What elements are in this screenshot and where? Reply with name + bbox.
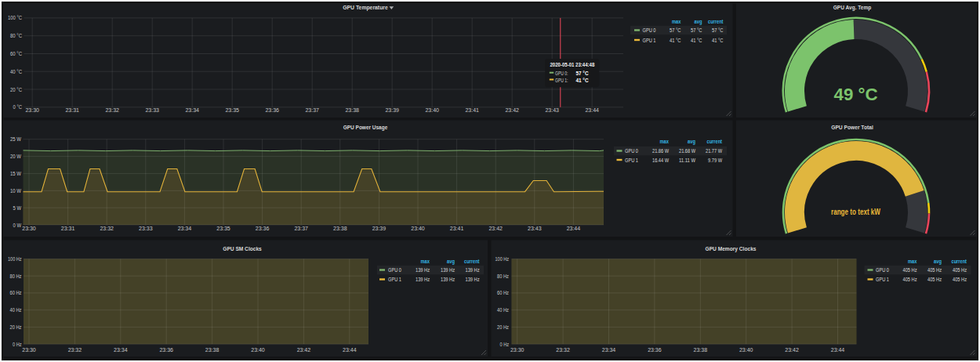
svg-text:57 °C: 57 °C	[576, 71, 589, 76]
svg-text:11.11 W: 11.11 W	[679, 157, 696, 164]
svg-text:139 Hz: 139 Hz	[441, 276, 455, 283]
svg-text:23:36: 23:36	[265, 107, 279, 113]
svg-text:avg: avg	[695, 18, 702, 25]
svg-text:GPU Avg. Temp: GPU Avg. Temp	[833, 4, 872, 11]
svg-text:23:31: 23:31	[65, 107, 79, 113]
svg-text:0 °C: 0 °C	[13, 104, 23, 110]
svg-text:23:34: 23:34	[178, 226, 192, 231]
svg-text:23:43: 23:43	[528, 226, 542, 231]
svg-text:139 Hz: 139 Hz	[416, 276, 430, 283]
svg-text:current: current	[708, 18, 724, 25]
svg-text:23:37: 23:37	[294, 226, 308, 231]
svg-text:GPU 0:: GPU 0:	[555, 71, 568, 76]
svg-text:23:40: 23:40	[425, 107, 439, 113]
svg-text:100 °C: 100 °C	[8, 15, 22, 20]
svg-text:10 W: 10 W	[10, 188, 21, 194]
svg-text:23:39: 23:39	[385, 107, 399, 113]
svg-text:40 Hz: 40 Hz	[10, 307, 22, 313]
svg-text:range to text kW: range to text kW	[831, 208, 880, 216]
svg-text:100 Hz: 100 Hz	[495, 256, 510, 262]
svg-text:21.68 W: 21.68 W	[679, 147, 696, 154]
svg-text:405 Hz: 405 Hz	[953, 276, 967, 283]
svg-text:23:33: 23:33	[145, 107, 159, 113]
svg-text:57 °C: 57 °C	[712, 27, 724, 34]
svg-text:57 °C: 57 °C	[691, 27, 702, 34]
svg-text:23:40: 23:40	[411, 226, 425, 231]
svg-text:23:36: 23:36	[159, 347, 173, 353]
svg-text:9.79 W: 9.79 W	[708, 157, 723, 164]
svg-text:current: current	[952, 258, 967, 265]
svg-text:25 W: 25 W	[10, 136, 21, 142]
svg-text:23:43: 23:43	[545, 107, 559, 113]
svg-text:23:38: 23:38	[694, 347, 708, 353]
svg-text:23:30: 23:30	[25, 107, 39, 113]
svg-text:20 W: 20 W	[10, 154, 21, 159]
svg-text:41 °C: 41 °C	[712, 37, 724, 44]
svg-text:0 W: 0 W	[13, 223, 22, 228]
svg-text:23:42: 23:42	[505, 107, 519, 113]
svg-text:23:38: 23:38	[205, 347, 220, 353]
svg-text:GPU Temperature: GPU Temperature	[343, 4, 388, 11]
svg-text:40 Hz: 40 Hz	[497, 307, 509, 313]
svg-text:GPU 1: GPU 1	[643, 37, 656, 44]
svg-text:23:44: 23:44	[585, 107, 599, 113]
svg-text:41 °C: 41 °C	[576, 78, 589, 83]
svg-text:0 Hz: 0 Hz	[500, 342, 510, 347]
svg-text:20 Hz: 20 Hz	[10, 324, 22, 330]
svg-text:23:37: 23:37	[305, 107, 319, 113]
svg-text:100 Hz: 100 Hz	[8, 256, 22, 262]
svg-text:GPU 0: GPU 0	[388, 266, 401, 273]
svg-text:20 °C: 20 °C	[10, 87, 22, 92]
svg-text:23:36: 23:36	[256, 226, 270, 231]
svg-text:GPU Memory Clocks: GPU Memory Clocks	[706, 245, 757, 252]
svg-text:23:44: 23:44	[831, 347, 845, 353]
svg-text:60 Hz: 60 Hz	[10, 290, 22, 295]
svg-text:60 Hz: 60 Hz	[497, 290, 509, 295]
svg-text:80 °C: 80 °C	[10, 33, 22, 38]
svg-text:23:34: 23:34	[185, 107, 199, 113]
svg-text:GPU 1: GPU 1	[876, 276, 889, 283]
svg-text:GPU 0: GPU 0	[643, 27, 656, 34]
svg-text:23:44: 23:44	[343, 347, 357, 353]
svg-text:139 Hz: 139 Hz	[466, 266, 480, 273]
svg-text:23:40: 23:40	[251, 347, 265, 353]
svg-text:max: max	[660, 138, 670, 145]
svg-text:405 Hz: 405 Hz	[903, 266, 917, 273]
svg-text:23:32: 23:32	[68, 347, 82, 353]
svg-text:GPU SM Clocks: GPU SM Clocks	[223, 245, 262, 252]
svg-text:21.86 W: 21.86 W	[652, 147, 670, 154]
svg-text:avg: avg	[688, 138, 695, 145]
svg-text:41 °C: 41 °C	[691, 37, 702, 44]
svg-text:23:32: 23:32	[105, 107, 119, 113]
svg-text:5 W: 5 W	[13, 205, 22, 211]
svg-text:23:32: 23:32	[100, 226, 114, 231]
svg-text:20 Hz: 20 Hz	[497, 324, 509, 330]
svg-text:23:41: 23:41	[450, 226, 464, 231]
svg-text:15 W: 15 W	[10, 171, 21, 176]
svg-text:23:30: 23:30	[22, 347, 36, 353]
svg-text:139 Hz: 139 Hz	[466, 276, 480, 283]
svg-text:GPU Power Usage: GPU Power Usage	[343, 124, 388, 131]
svg-text:23:39: 23:39	[372, 226, 387, 231]
svg-text:max: max	[421, 258, 430, 265]
svg-text:139 Hz: 139 Hz	[416, 266, 430, 273]
svg-text:current: current	[707, 138, 723, 145]
svg-text:23:36: 23:36	[648, 347, 662, 353]
svg-text:23:41: 23:41	[465, 107, 479, 113]
svg-text:23:44: 23:44	[567, 226, 581, 231]
svg-text:57 °C: 57 °C	[670, 27, 681, 34]
svg-text:GPU 1: GPU 1	[625, 157, 638, 164]
svg-text:23:34: 23:34	[602, 347, 616, 353]
svg-text:80 Hz: 80 Hz	[497, 273, 509, 279]
svg-text:23:38: 23:38	[333, 226, 347, 231]
svg-text:49 °C: 49 °C	[834, 85, 878, 104]
svg-text:avg: avg	[934, 258, 942, 265]
svg-text:40 °C: 40 °C	[10, 69, 22, 74]
svg-text:23:31: 23:31	[61, 226, 75, 231]
svg-text:60 °C: 60 °C	[10, 51, 22, 56]
svg-text:405 Hz: 405 Hz	[953, 266, 967, 273]
svg-text:GPU 1: GPU 1	[388, 276, 401, 283]
svg-text:405 Hz: 405 Hz	[927, 276, 942, 283]
svg-text:23:32: 23:32	[556, 347, 570, 353]
svg-text:23:40: 23:40	[739, 347, 753, 353]
